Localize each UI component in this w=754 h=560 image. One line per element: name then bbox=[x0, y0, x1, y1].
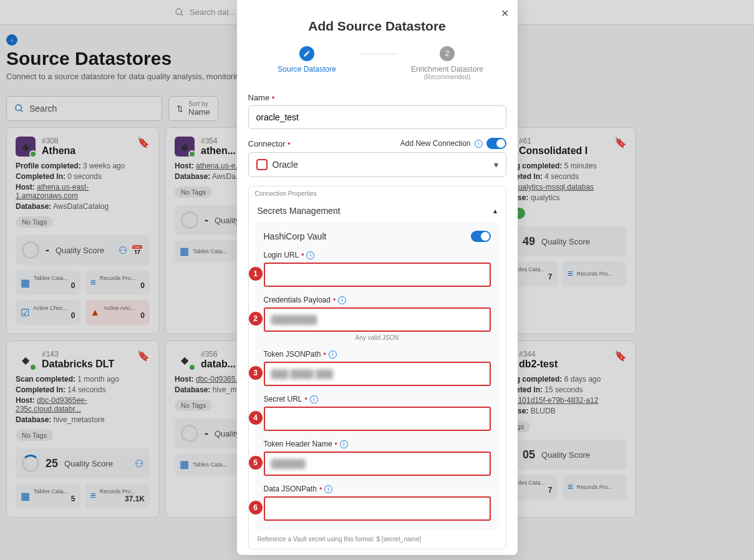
info-icon[interactable]: i bbox=[329, 350, 337, 359]
info-icon[interactable]: i bbox=[338, 296, 346, 304]
add-connection-toggle[interactable] bbox=[486, 138, 506, 149]
token-header-input[interactable]: ██████ bbox=[264, 451, 491, 476]
name-label: Name • bbox=[248, 93, 506, 102]
step-2-label: Enrichment Datastore bbox=[396, 65, 499, 74]
secret-url-input[interactable] bbox=[264, 407, 491, 431]
connection-properties-label: Connection Properties bbox=[249, 186, 506, 200]
info-icon[interactable]: i bbox=[324, 485, 332, 493]
oracle-icon bbox=[256, 159, 268, 170]
step-1-circle[interactable] bbox=[299, 46, 314, 61]
close-icon[interactable]: ✕ bbox=[501, 7, 509, 19]
modal-title: Add Source Datastore bbox=[237, 11, 518, 34]
hashicorp-toggle[interactable] bbox=[471, 231, 491, 242]
info-icon[interactable]: i bbox=[340, 440, 348, 448]
badge-5: 5 bbox=[249, 456, 263, 470]
info-icon[interactable]: i bbox=[310, 395, 318, 403]
badge-1: 1 bbox=[249, 267, 263, 281]
secrets-management-section[interactable]: Secrets Management ▴ bbox=[249, 200, 506, 222]
connector-label: Connector • bbox=[248, 139, 291, 148]
add-connection-label: Add New Connection bbox=[400, 139, 471, 148]
chevron-up-icon: ▴ bbox=[493, 206, 497, 215]
badge-4: 4 bbox=[249, 411, 263, 425]
credentials-payload-input[interactable]: ████████ bbox=[264, 307, 491, 332]
add-source-datastore-modal: ✕ Add Source Datastore Source Datastore … bbox=[237, 0, 518, 555]
token-jsonpath-input[interactable]: ███ ████ ███ bbox=[264, 362, 491, 386]
login-url-input[interactable] bbox=[264, 263, 491, 287]
pencil-icon bbox=[303, 50, 311, 57]
badge-6: 6 bbox=[249, 501, 263, 514]
step-2-circle[interactable]: 2 bbox=[440, 46, 455, 61]
data-jsonpath-input[interactable] bbox=[264, 496, 491, 521]
info-icon[interactable]: i bbox=[475, 140, 483, 148]
info-icon[interactable]: i bbox=[306, 251, 314, 259]
hashicorp-label: HashiCorp Vault bbox=[264, 231, 327, 241]
badge-2: 2 bbox=[249, 312, 263, 326]
badge-3: 3 bbox=[249, 366, 263, 380]
vault-reference-note: Reference a Vault secret using this form… bbox=[249, 536, 506, 549]
step-1-label: Source Datastore bbox=[256, 65, 359, 74]
connector-select[interactable]: Oracle bbox=[248, 152, 506, 177]
stepper: Source Datastore 2 Enrichment Datastore … bbox=[237, 46, 518, 80]
name-input[interactable] bbox=[248, 105, 506, 129]
